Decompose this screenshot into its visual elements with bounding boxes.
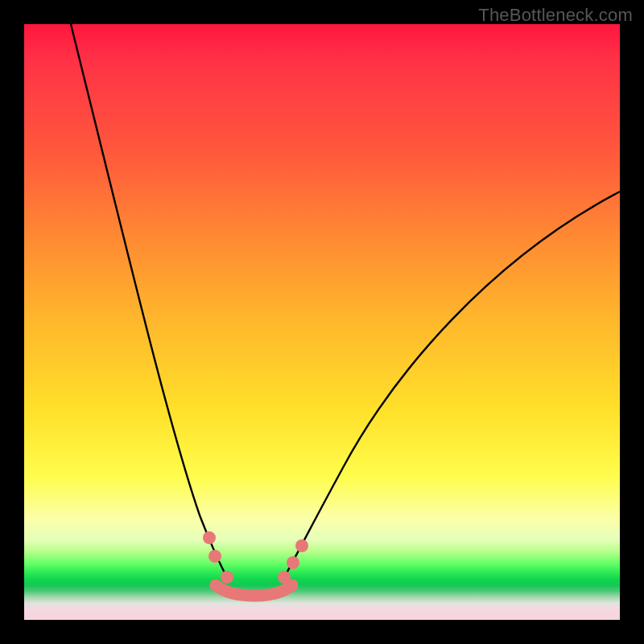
marker-left-3 xyxy=(221,571,233,584)
marker-left-1 xyxy=(203,531,216,544)
chart-outer-frame xyxy=(0,0,644,644)
curve-right xyxy=(284,192,620,577)
marker-right-2 xyxy=(287,556,299,569)
curve-left xyxy=(71,24,227,577)
bottom-connector-arc xyxy=(216,585,292,596)
marker-right-3 xyxy=(295,539,308,552)
marker-right-1 xyxy=(278,571,291,584)
chart-svg xyxy=(24,24,620,620)
marker-left-2 xyxy=(208,550,221,563)
watermark-text: TheBottleneck.com xyxy=(478,5,633,26)
